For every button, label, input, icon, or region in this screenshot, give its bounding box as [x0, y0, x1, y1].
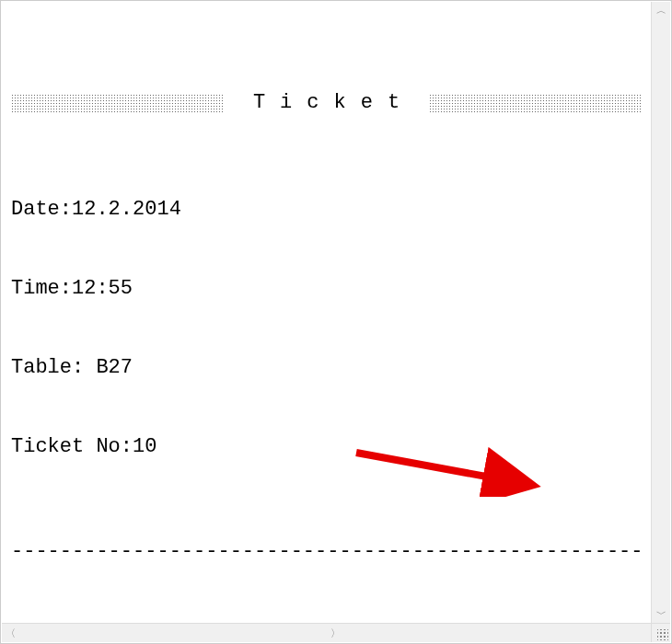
ticket-header: Ticket: [11, 90, 642, 117]
meta-date: Date:12.2.2014: [11, 197, 642, 224]
ticketno-value: 10: [133, 435, 156, 458]
date-value: 12.2.2014: [72, 198, 181, 221]
meta-time: Time:12:55: [11, 276, 642, 303]
scroll-down-icon[interactable]: ﹀: [652, 605, 670, 623]
scroll-left-icon[interactable]: 〈: [2, 624, 327, 642]
meta-ticketno: Ticket No:10: [11, 434, 642, 461]
horizontal-scrollbar[interactable]: 〈 〉: [2, 623, 651, 642]
date-label: Date:: [11, 198, 72, 221]
scroll-up-icon[interactable]: ︿: [652, 2, 670, 19]
time-label: Time:: [11, 277, 72, 300]
header-stipple-left: [11, 94, 224, 112]
table-label: Table:: [11, 356, 84, 379]
table-value: B27: [84, 356, 133, 379]
meta-table: Table: B27: [11, 355, 642, 382]
resize-grip-icon[interactable]: [651, 623, 670, 642]
ticketno-label: Ticket No:: [11, 435, 133, 458]
window-frame: Ticket Date:12.2.2014 Time:12:55 Table: …: [0, 0, 672, 644]
scroll-right-icon[interactable]: 〉: [327, 624, 652, 642]
header-stipple-right: [429, 94, 642, 112]
divider-dash: ----------------------------------------…: [11, 539, 642, 566]
receipt-content: Ticket Date:12.2.2014 Time:12:55 Table: …: [2, 2, 651, 623]
ticket-title: Ticket: [235, 90, 418, 117]
time-value: 12:55: [72, 277, 133, 300]
vertical-scrollbar[interactable]: ︿ ﹀: [651, 2, 670, 623]
